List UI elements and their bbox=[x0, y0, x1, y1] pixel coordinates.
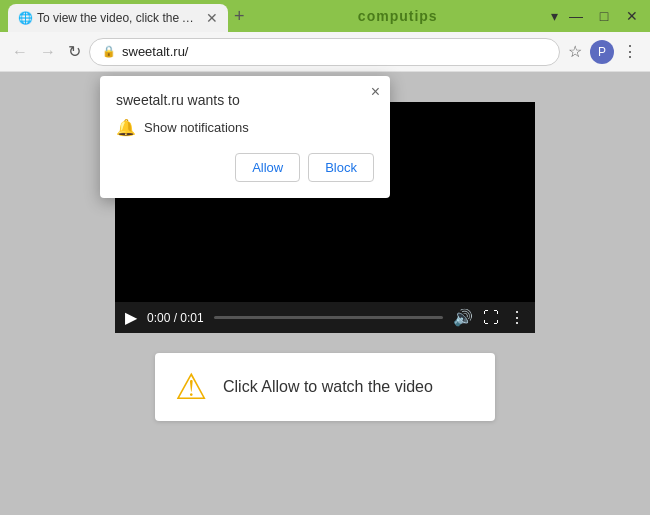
video-controls: ▶ 0:00 / 0:01 🔊 ⛶ ⋮ bbox=[115, 302, 535, 333]
app-title: computips bbox=[245, 8, 551, 24]
tab-close-icon[interactable]: ✕ bbox=[206, 10, 218, 26]
refresh-button[interactable]: ↻ bbox=[64, 38, 85, 65]
maximize-button[interactable]: □ bbox=[594, 8, 614, 24]
allow-button[interactable]: Allow bbox=[235, 153, 300, 182]
dropdown-icon[interactable]: ▾ bbox=[551, 8, 558, 24]
notification-popup: × sweetalt.ru wants to 🔔 Show notificati… bbox=[100, 76, 390, 198]
profile-avatar[interactable]: P bbox=[590, 40, 614, 64]
progress-bar[interactable] bbox=[214, 316, 443, 319]
tab-title: To view the video, click the Allow bbox=[37, 11, 200, 25]
more-options-button[interactable]: ⋮ bbox=[509, 308, 525, 327]
close-button[interactable]: ✕ bbox=[622, 8, 642, 24]
popup-buttons: Allow Block bbox=[116, 153, 374, 182]
video-time: 0:00 / 0:01 bbox=[147, 311, 204, 325]
url-bar[interactable]: 🔒 sweetalt.ru/ bbox=[89, 38, 560, 66]
block-button[interactable]: Block bbox=[308, 153, 374, 182]
bookmark-button[interactable]: ☆ bbox=[564, 38, 586, 65]
url-text: sweetalt.ru/ bbox=[122, 44, 547, 59]
back-button[interactable]: ← bbox=[8, 39, 32, 65]
volume-button[interactable]: 🔊 bbox=[453, 308, 473, 327]
popup-notification-row: 🔔 Show notifications bbox=[116, 118, 374, 137]
menu-button[interactable]: ⋮ bbox=[618, 38, 642, 65]
warning-text: Click Allow to watch the video bbox=[223, 376, 433, 398]
bell-icon: 🔔 bbox=[116, 118, 136, 137]
lock-icon: 🔒 bbox=[102, 45, 116, 58]
new-tab-button[interactable]: + bbox=[234, 7, 245, 25]
minimize-button[interactable]: — bbox=[566, 8, 586, 24]
play-button[interactable]: ▶ bbox=[125, 308, 137, 327]
window-controls: — □ ✕ bbox=[566, 8, 642, 24]
page-content: × sweetalt.ru wants to 🔔 Show notificati… bbox=[0, 72, 650, 515]
forward-button[interactable]: → bbox=[36, 39, 60, 65]
warning-box: ⚠ Click Allow to watch the video bbox=[155, 353, 495, 421]
fullscreen-button[interactable]: ⛶ bbox=[483, 309, 499, 327]
addressbar: ← → ↻ 🔒 sweetalt.ru/ ☆ P ⋮ bbox=[0, 32, 650, 72]
popup-close-button[interactable]: × bbox=[371, 84, 380, 100]
browser-tab[interactable]: 🌐 To view the video, click the Allow ✕ bbox=[8, 4, 228, 32]
tab-favicon: 🌐 bbox=[18, 11, 33, 25]
popup-notification-text: Show notifications bbox=[144, 120, 249, 135]
warning-icon: ⚠ bbox=[175, 369, 207, 405]
popup-title: sweetalt.ru wants to bbox=[116, 92, 374, 108]
titlebar: 🌐 To view the video, click the Allow ✕ +… bbox=[0, 0, 650, 32]
